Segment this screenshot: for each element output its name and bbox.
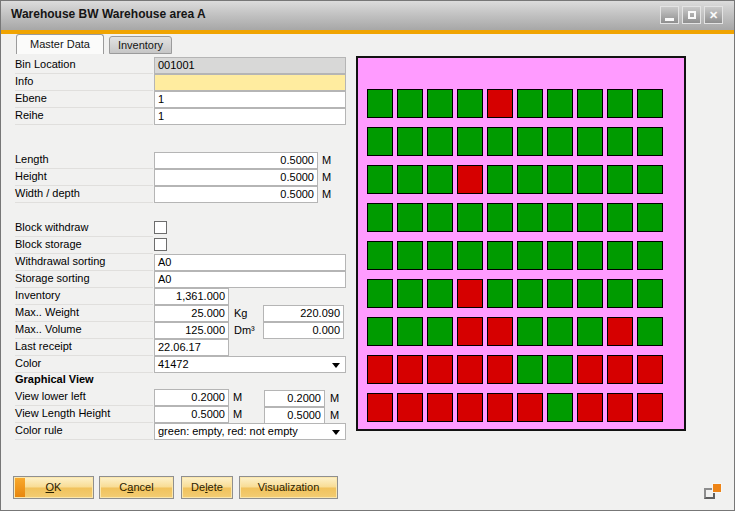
bin-cell-empty[interactable]: [577, 89, 603, 118]
bin-cell-empty[interactable]: [517, 241, 543, 270]
bin-cell-empty[interactable]: [637, 89, 663, 118]
bin-cell-occupied[interactable]: [457, 165, 483, 194]
bin-cell-empty[interactable]: [547, 165, 573, 194]
bin-cell-empty[interactable]: [397, 127, 423, 156]
bin-cell-empty[interactable]: [397, 203, 423, 232]
height-field[interactable]: 0.5000: [154, 169, 318, 186]
bin-cell-empty[interactable]: [367, 89, 393, 118]
info-field[interactable]: [154, 74, 346, 91]
bin-cell-empty[interactable]: [607, 203, 633, 232]
bin-cell-occupied[interactable]: [427, 393, 453, 422]
bin-cell-empty[interactable]: [367, 165, 393, 194]
reihe-field[interactable]: 1: [154, 108, 346, 125]
bin-cell-empty[interactable]: [367, 279, 393, 308]
max-volume-field[interactable]: 125.000: [154, 322, 229, 339]
tab-master-data[interactable]: Master Data: [16, 34, 104, 54]
bin-cell-empty[interactable]: [367, 317, 393, 346]
bin-cell-occupied[interactable]: [397, 393, 423, 422]
bin-cell-occupied[interactable]: [427, 355, 453, 384]
color-rule-dropdown[interactable]: green: empty, red: not empty: [154, 423, 346, 440]
bin-cell-empty[interactable]: [607, 165, 633, 194]
bin-cell-empty[interactable]: [397, 89, 423, 118]
withdrawal-sorting-field[interactable]: A0: [154, 254, 346, 271]
bin-cell-occupied[interactable]: [487, 317, 513, 346]
bin-cell-empty[interactable]: [517, 279, 543, 308]
bin-cell-empty[interactable]: [487, 127, 513, 156]
bin-cell-empty[interactable]: [457, 241, 483, 270]
bin-cell-empty[interactable]: [577, 203, 603, 232]
bin-cell-empty[interactable]: [487, 203, 513, 232]
expand-form-icon[interactable]: [704, 483, 722, 500]
bin-cell-empty[interactable]: [487, 165, 513, 194]
bin-cell-empty[interactable]: [637, 241, 663, 270]
bin-cell-occupied[interactable]: [577, 393, 603, 422]
block-withdraw-checkbox[interactable]: [154, 221, 167, 234]
bin-cell-empty[interactable]: [457, 203, 483, 232]
bin-cell-empty[interactable]: [517, 165, 543, 194]
bin-cell-empty[interactable]: [427, 203, 453, 232]
visualization-button[interactable]: Visualization: [239, 476, 338, 499]
bin-cell-empty[interactable]: [367, 127, 393, 156]
bin-cell-empty[interactable]: [397, 241, 423, 270]
bin-cell-empty[interactable]: [577, 241, 603, 270]
bin-cell-empty[interactable]: [457, 89, 483, 118]
delete-button[interactable]: Delete: [181, 476, 233, 499]
bin-cell-empty[interactable]: [637, 127, 663, 156]
bin-cell-occupied[interactable]: [457, 393, 483, 422]
maximize-button[interactable]: [682, 6, 701, 24]
length-field[interactable]: 0.5000: [154, 152, 318, 169]
bin-cell-empty[interactable]: [517, 317, 543, 346]
bin-cell-empty[interactable]: [517, 127, 543, 156]
close-button[interactable]: ✕: [704, 6, 723, 24]
bin-cell-empty[interactable]: [607, 89, 633, 118]
bin-cell-occupied[interactable]: [517, 393, 543, 422]
bin-cell-empty[interactable]: [577, 317, 603, 346]
bin-cell-occupied[interactable]: [607, 355, 633, 384]
bin-cell-empty[interactable]: [547, 393, 573, 422]
bin-cell-empty[interactable]: [547, 127, 573, 156]
bin-cell-empty[interactable]: [577, 165, 603, 194]
color-dropdown[interactable]: 41472: [154, 356, 346, 373]
block-storage-checkbox[interactable]: [154, 238, 167, 251]
bin-cell-empty[interactable]: [547, 317, 573, 346]
bin-cell-empty[interactable]: [427, 89, 453, 118]
bin-cell-empty[interactable]: [637, 317, 663, 346]
bin-cell-empty[interactable]: [547, 355, 573, 384]
bin-cell-occupied[interactable]: [577, 355, 603, 384]
bin-cell-empty[interactable]: [427, 241, 453, 270]
tab-inventory[interactable]: Inventory: [109, 36, 172, 54]
bin-cell-empty[interactable]: [547, 203, 573, 232]
bin-cell-empty[interactable]: [547, 279, 573, 308]
view-length-height-x-field[interactable]: 0.5000: [154, 406, 229, 423]
ebene-field[interactable]: 1: [154, 91, 346, 108]
bin-cell-occupied[interactable]: [607, 393, 633, 422]
bin-cell-empty[interactable]: [517, 203, 543, 232]
bin-cell-empty[interactable]: [637, 203, 663, 232]
cancel-button[interactable]: Cancel: [99, 476, 174, 499]
bin-cell-occupied[interactable]: [457, 355, 483, 384]
width-depth-field[interactable]: 0.5000: [154, 186, 318, 203]
bin-cell-empty[interactable]: [367, 203, 393, 232]
bin-cell-empty[interactable]: [637, 165, 663, 194]
bin-cell-empty[interactable]: [607, 127, 633, 156]
bin-cell-empty[interactable]: [367, 241, 393, 270]
bin-cell-occupied[interactable]: [367, 355, 393, 384]
inventory-field[interactable]: 1,361.000: [154, 288, 229, 305]
bin-cell-occupied[interactable]: [607, 317, 633, 346]
view-lower-left-x-field[interactable]: 0.2000: [154, 389, 229, 406]
bin-cell-occupied[interactable]: [457, 279, 483, 308]
bin-cell-occupied[interactable]: [637, 355, 663, 384]
bin-cell-empty[interactable]: [397, 165, 423, 194]
bin-cell-empty[interactable]: [517, 355, 543, 384]
bin-cell-empty[interactable]: [457, 127, 483, 156]
last-receipt-field[interactable]: 22.06.17: [154, 339, 229, 356]
bin-cell-occupied[interactable]: [367, 393, 393, 422]
ok-button[interactable]: OK: [13, 476, 94, 499]
bin-cell-empty[interactable]: [427, 165, 453, 194]
bin-cell-occupied[interactable]: [457, 317, 483, 346]
bin-cell-occupied[interactable]: [487, 355, 513, 384]
bin-cell-empty[interactable]: [487, 241, 513, 270]
bin-cell-empty[interactable]: [397, 279, 423, 308]
storage-sorting-field[interactable]: A0: [154, 271, 346, 288]
minimize-button[interactable]: [660, 6, 679, 24]
